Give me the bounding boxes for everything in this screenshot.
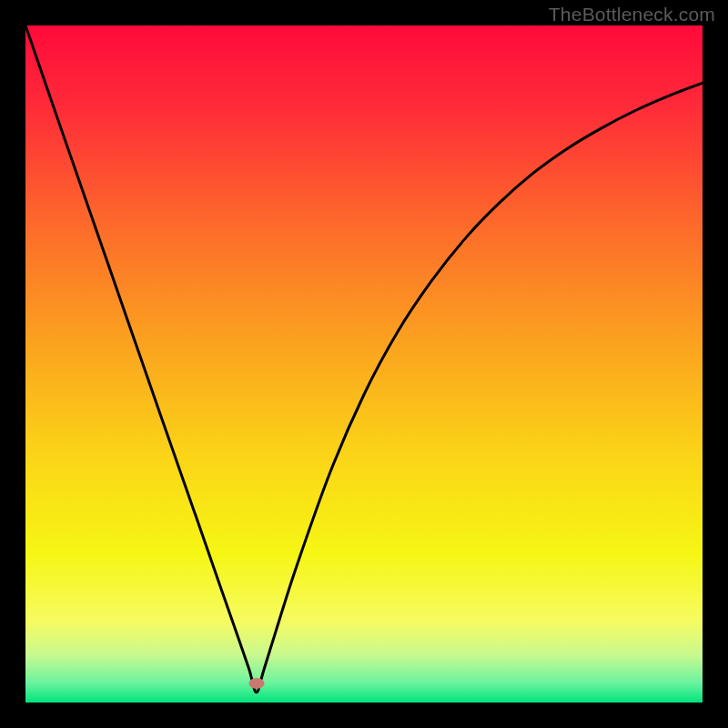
- bottleneck-curve: [25, 25, 703, 693]
- optimum-marker: [248, 678, 264, 689]
- watermark-text: TheBottleneck.com: [549, 4, 715, 25]
- curve-layer: [25, 25, 703, 703]
- plot-area: [25, 25, 703, 703]
